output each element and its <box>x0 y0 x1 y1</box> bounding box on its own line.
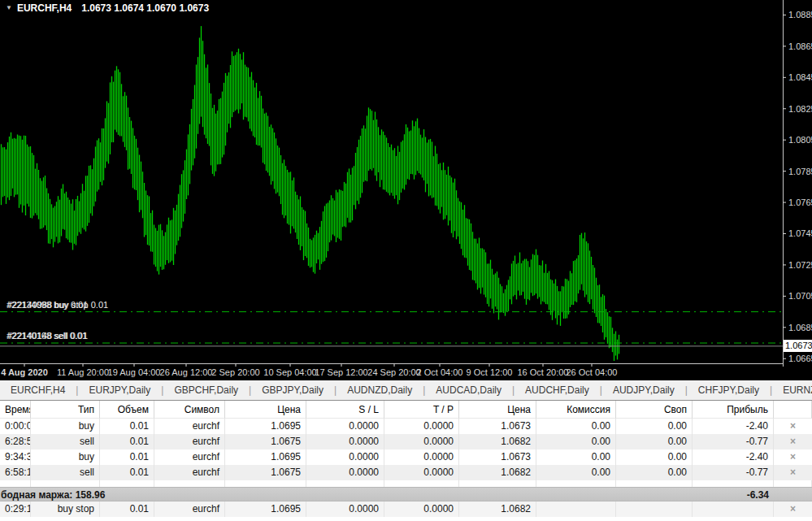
svg-text:1.0825: 1.0825 <box>788 104 812 114</box>
pending-order-row[interactable]: 0:29:16buy stop0.01eurchf1.06950.00000.0… <box>0 501 812 517</box>
trade-cell: 9:34:39 <box>0 449 31 465</box>
trade-row[interactable]: 9:34:39buy0.01eurchf1.06950.00000.00001.… <box>0 449 812 465</box>
trade-cell: 0.0000 <box>306 434 384 449</box>
tab-chfjpy-daily[interactable]: CHFJPY,Daily <box>688 384 770 396</box>
gap-cell <box>31 480 100 487</box>
delete-pending-button[interactable]: × <box>774 501 812 517</box>
price-axis[interactable]: 1.08851.08651.08451.08251.08051.07851.07… <box>783 10 812 363</box>
trade-cell: 0.01 <box>100 501 154 517</box>
trade-cell: sell <box>31 434 100 449</box>
column-header <box>774 401 812 419</box>
svg-text:1.0885: 1.0885 <box>788 10 812 20</box>
tab-eurnzd-daily[interactable]: EURNZD,Daily <box>772 384 812 396</box>
close-order-button[interactable]: × <box>774 449 812 465</box>
trade-row[interactable]: 0:00:00buy0.01eurchf1.06950.00000.00001.… <box>0 419 812 434</box>
svg-text:10 Sep 04:00: 10 Sep 04:00 <box>263 367 316 377</box>
trade-cell: 0.0000 <box>384 419 459 434</box>
order-label-text: #22140988 buy stop 0.01 <box>7 300 108 310</box>
time-axis[interactable]: 4 Aug 202011 Aug 20:0019 Aug 04:0026 Aug… <box>1 363 617 377</box>
trade-cell: 0.0000 <box>384 449 459 465</box>
trade-cell: -2.40 <box>693 419 774 434</box>
trade-cell: eurchf <box>154 501 225 517</box>
trade-cell: 1.0682 <box>459 434 536 449</box>
tab-eurjpy-daily[interactable]: EURJPY,Daily <box>78 384 161 396</box>
trade-cell: 1.0695 <box>225 501 306 517</box>
trade-cell: 1.0682 <box>459 465 536 480</box>
tab-audnzd-daily[interactable]: AUDNZD,Daily <box>337 384 423 396</box>
trade-cell: 0.01 <box>100 449 154 465</box>
svg-text:16 Oct 20:00: 16 Oct 20:00 <box>518 367 569 377</box>
order-label-text: #22140148 sell 0.01 <box>7 331 88 341</box>
trade-cell: 0.00 <box>536 449 616 465</box>
tab-audcad-daily[interactable]: AUDCAD,Daily <box>425 384 512 396</box>
svg-text:1.0805: 1.0805 <box>788 135 812 145</box>
gap-cell <box>154 480 225 487</box>
svg-text:24 Sep 20:00: 24 Sep 20:00 <box>367 367 420 377</box>
tab-audchf-daily[interactable]: AUDCHF,Daily <box>515 384 600 396</box>
chevron-down-icon[interactable]: ▼ <box>6 4 12 11</box>
trade-cell: eurchf <box>154 465 225 480</box>
price-chart[interactable]: 1.08851.08651.08451.08251.08051.07851.07… <box>0 0 812 380</box>
chart-panel[interactable]: 1.08851.08651.08451.08251.08051.07851.07… <box>0 0 812 380</box>
svg-text:9 Oct 12:00: 9 Oct 12:00 <box>467 367 513 377</box>
trade-cell <box>536 501 616 517</box>
trade-cell: 1.0695 <box>225 449 306 465</box>
trade-cell: 1.0682 <box>459 501 536 517</box>
column-header: Символ <box>154 401 225 419</box>
gap-cell <box>693 480 774 487</box>
trade-cell: -0.77 <box>693 434 774 449</box>
tab-gbpchf-daily[interactable]: GBPCHF,Daily <box>163 384 249 396</box>
close-order-button[interactable]: × <box>774 419 812 434</box>
trade-cell: 0:29:16 <box>0 501 31 517</box>
column-header: Цена <box>225 401 306 419</box>
svg-text:4 Aug 2020: 4 Aug 2020 <box>1 367 48 377</box>
close-order-button[interactable]: × <box>774 465 812 480</box>
gap-cell <box>225 480 306 487</box>
trade-cell: 0.0000 <box>306 465 384 480</box>
trade-cell: 0.00 <box>616 449 693 465</box>
close-order-button[interactable]: × <box>774 434 812 449</box>
trade-cell: 6:58:10 <box>0 465 31 480</box>
gap-cell <box>384 480 459 487</box>
tab-eurchf-h4[interactable]: EURCHF,H4 <box>0 384 76 396</box>
trade-cell: eurchf <box>154 449 225 465</box>
trade-cell: 0.00 <box>616 465 693 480</box>
svg-text:1.0765: 1.0765 <box>788 198 812 207</box>
chart-symbol: EURCHF,H4 <box>17 2 72 14</box>
svg-text:1.0665: 1.0665 <box>788 354 812 363</box>
trade-cell: 0.01 <box>100 465 154 480</box>
mt4-window: 1.08851.08651.08451.08251.08051.07851.07… <box>0 0 812 521</box>
chart-ohlc-values: 1.0673 1.0674 1.0670 1.0673 <box>81 2 209 14</box>
trade-cell: 0.01 <box>100 434 154 449</box>
trade-cell: 0.0000 <box>306 449 384 465</box>
trade-cell <box>693 501 774 517</box>
trade-cell: eurchf <box>154 434 225 449</box>
trade-cell: 0:00:00 <box>0 419 31 434</box>
svg-text:1.0725: 1.0725 <box>788 260 812 270</box>
trade-cell: 0.00 <box>536 419 616 434</box>
trade-cell: 0.0000 <box>384 501 459 517</box>
trade-cell: sell <box>31 465 100 480</box>
gap-cell <box>459 480 536 487</box>
column-header: Прибыль <box>693 401 774 419</box>
trade-row[interactable]: 6:58:10sell0.01eurchf1.06750.00000.00001… <box>0 465 812 480</box>
trade-cell: 0.00 <box>616 434 693 449</box>
current-price-label: 1.0673 <box>784 340 812 352</box>
svg-text:1.0785: 1.0785 <box>788 167 812 176</box>
svg-text:2 Oct 04:00: 2 Oct 04:00 <box>417 367 463 377</box>
total-profit-value: -6.34 <box>688 488 774 501</box>
chart-title: ▼EURCHF,H41.0673 1.0674 1.0670 1.0673 <box>6 2 209 14</box>
tab-audjpy-daily[interactable]: AUDJPY,Daily <box>602 384 685 396</box>
trade-cell: 1.0695 <box>225 419 306 434</box>
tab-gbpjpy-daily[interactable]: GBPJPY,Daily <box>251 384 334 396</box>
trade-row[interactable]: 6:28:54sell0.01eurchf1.06750.00000.00001… <box>0 434 812 449</box>
column-header: Цена <box>459 401 536 419</box>
gap-cell <box>306 480 384 487</box>
candles <box>2 26 619 361</box>
gap-cell <box>100 480 154 487</box>
trade-cell: 6:28:54 <box>0 434 31 449</box>
gap-cell <box>0 480 31 487</box>
svg-text:1.0705: 1.0705 <box>788 291 812 301</box>
trade-cell: 0.00 <box>536 465 616 480</box>
column-header: Тип <box>31 401 100 419</box>
